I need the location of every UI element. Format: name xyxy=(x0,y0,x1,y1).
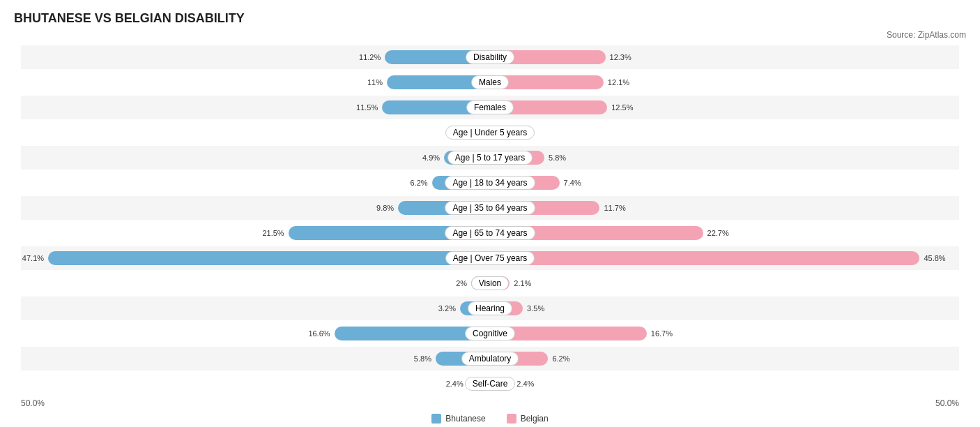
right-value: 12.1% xyxy=(608,78,629,87)
chart-row: 5.8% Ambulatory 6.2% xyxy=(21,347,959,370)
left-value: 2.4% xyxy=(446,380,464,388)
right-value: 6.2% xyxy=(552,354,569,363)
row-label: Females xyxy=(466,100,514,114)
row-label: Age | 65 to 74 years xyxy=(445,226,535,240)
chart-row: 1.2% Age | Under 5 years 1.4% xyxy=(21,121,959,144)
row-label: Self-Care xyxy=(465,377,516,391)
right-value: 2.4% xyxy=(516,380,534,388)
chart-row: 16.6% Cognitive 16.7% xyxy=(21,322,959,345)
right-value: 45.8% xyxy=(924,254,945,262)
row-label: Males xyxy=(471,75,509,89)
chart-container: 11.2% Disability 12.3% 11% Males 12.1% 1… xyxy=(14,45,966,424)
right-value: 7.4% xyxy=(564,179,581,187)
page-title: BHUTANESE VS BELGIAN DISABILITY xyxy=(14,11,966,26)
right-value: 12.3% xyxy=(610,53,631,61)
chart-row: 6.2% Age | 18 to 34 years 7.4% xyxy=(21,171,959,195)
right-value: 12.5% xyxy=(611,103,633,112)
right-value: 22.7% xyxy=(707,229,729,237)
chart-row: 11.2% Disability 12.3% xyxy=(21,45,959,69)
left-value: 3.2% xyxy=(438,304,456,313)
source-label: Source: ZipAtlas.com xyxy=(14,30,966,40)
row-label: Age | 35 to 64 years xyxy=(445,201,535,215)
row-label: Hearing xyxy=(468,301,512,315)
right-axis-label: 50.0% xyxy=(935,398,959,408)
legend-belgian: Belgian xyxy=(507,414,549,424)
left-value: 21.5% xyxy=(262,229,284,237)
row-label: Vision xyxy=(471,276,509,290)
chart-row: 21.5% Age | 65 to 74 years 22.7% xyxy=(21,221,959,245)
right-value: 11.7% xyxy=(604,204,625,212)
row-label: Age | 18 to 34 years xyxy=(445,176,535,190)
chart-row: 2.4% Self-Care 2.4% xyxy=(21,372,959,396)
legend-bhutanese: Bhutanese xyxy=(431,414,485,424)
right-value: 2.1% xyxy=(514,279,531,287)
left-value: 47.1% xyxy=(22,254,44,262)
left-value: 11.2% xyxy=(359,53,381,61)
chart-row: 4.9% Age | 5 to 17 years 5.8% xyxy=(21,146,959,170)
chart-row: 2% Vision 2.1% xyxy=(21,271,959,295)
left-axis-label: 50.0% xyxy=(21,398,45,408)
left-value: 11.5% xyxy=(356,103,378,112)
row-label: Age | 5 to 17 years xyxy=(447,151,533,165)
row-label: Age | Under 5 years xyxy=(445,126,535,140)
chart-row: 11% Males 12.1% xyxy=(21,70,959,94)
row-label: Cognitive xyxy=(465,327,515,340)
right-value: 3.5% xyxy=(527,304,544,313)
left-value: 16.6% xyxy=(308,329,330,338)
right-value: 16.7% xyxy=(651,329,673,338)
left-value: 6.2% xyxy=(410,179,427,187)
chart-row: 11.5% Females 12.5% xyxy=(21,96,959,119)
row-label: Ambulatory xyxy=(461,352,519,366)
left-value: 11% xyxy=(367,78,383,87)
row-label: Disability xyxy=(466,50,514,64)
left-value: 4.9% xyxy=(422,153,440,162)
left-value: 5.8% xyxy=(414,354,431,363)
left-value: 9.8% xyxy=(376,204,394,212)
row-label: Age | Over 75 years xyxy=(445,251,535,265)
chart-row: 47.1% Age | Over 75 years 45.8% xyxy=(21,246,959,270)
left-value: 2% xyxy=(456,279,467,287)
right-value: 5.8% xyxy=(549,153,566,162)
chart-row: 9.8% Age | 35 to 64 years 11.7% xyxy=(21,196,959,220)
chart-row: 3.2% Hearing 3.5% xyxy=(21,297,959,320)
